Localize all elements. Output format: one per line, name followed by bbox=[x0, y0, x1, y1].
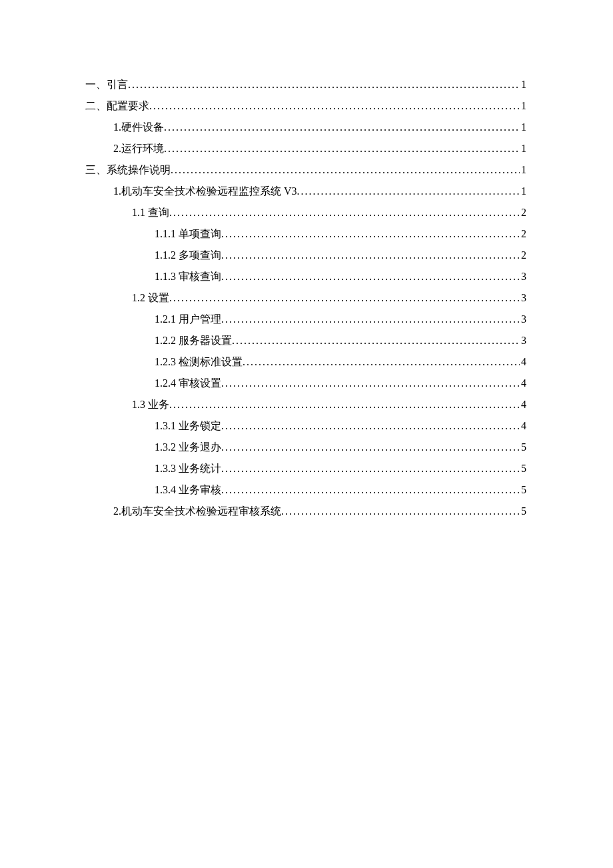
toc-title: 1.2.3 检测标准设置 bbox=[155, 354, 243, 370]
toc-entry: 1.3.3 业务统计5 bbox=[85, 461, 526, 477]
toc-page-number: 4 bbox=[520, 354, 526, 370]
toc-title: 1.2.2 服务器设置 bbox=[155, 333, 232, 349]
toc-title: 1.3.2 业务退办 bbox=[155, 439, 221, 455]
toc-title: 一、引言 bbox=[85, 77, 128, 93]
toc-leader-dots bbox=[164, 119, 520, 135]
toc-page-number: 1 bbox=[520, 141, 526, 157]
toc-entry: 1.1.3 审核查询3 bbox=[85, 269, 526, 285]
toc-page-number: 4 bbox=[520, 418, 526, 434]
toc-entry: 1.3 业务4 bbox=[85, 397, 526, 413]
toc-page-number: 1 bbox=[520, 183, 526, 199]
toc-leader-dots bbox=[128, 77, 520, 93]
toc-title: 2.机动车安全技术检验远程审核系统 bbox=[113, 503, 281, 519]
toc-leader-dots bbox=[221, 482, 520, 498]
toc-leader-dots bbox=[171, 162, 520, 178]
toc-leader-dots bbox=[281, 503, 520, 519]
toc-page-number: 1 bbox=[520, 119, 526, 135]
toc-title: 1.2 设置 bbox=[132, 290, 169, 306]
toc-entry: 三、系统操作说明1 bbox=[85, 162, 526, 178]
toc-leader-dots bbox=[221, 375, 520, 391]
toc-page-number: 3 bbox=[520, 333, 526, 349]
toc-leader-dots bbox=[149, 98, 520, 114]
toc-entry: 1.硬件设备1 bbox=[85, 119, 526, 135]
toc-page-number: 3 bbox=[520, 311, 526, 327]
toc-leader-dots bbox=[169, 290, 520, 306]
toc-entry: 二、配置要求1 bbox=[85, 98, 526, 114]
toc-title: 1.3 业务 bbox=[132, 397, 169, 413]
toc-entry: 1.3.4 业务审核5 bbox=[85, 482, 526, 498]
table-of-contents: 一、引言1二、配置要求11.硬件设备12.运行环境1三、系统操作说明11.机动车… bbox=[85, 77, 526, 519]
toc-leader-dots bbox=[164, 141, 520, 157]
toc-page-number: 4 bbox=[520, 375, 526, 391]
toc-page-number: 5 bbox=[520, 503, 526, 519]
toc-page-number: 2 bbox=[520, 247, 526, 263]
toc-leader-dots bbox=[221, 311, 520, 327]
toc-entry: 1.2.1 用户管理3 bbox=[85, 311, 526, 327]
toc-entry: 1.1.1 单项查询2 bbox=[85, 226, 526, 242]
toc-entry: 1.2.2 服务器设置3 bbox=[85, 333, 526, 349]
toc-page-number: 1 bbox=[520, 162, 526, 178]
toc-title: 三、系统操作说明 bbox=[85, 162, 171, 178]
toc-title: 1.1.3 审核查询 bbox=[155, 269, 221, 285]
toc-leader-dots bbox=[221, 226, 520, 242]
toc-page-number: 2 bbox=[520, 226, 526, 242]
toc-leader-dots bbox=[169, 205, 520, 221]
toc-leader-dots bbox=[221, 247, 520, 263]
toc-leader-dots bbox=[232, 333, 520, 349]
toc-title: 1.2.1 用户管理 bbox=[155, 311, 221, 327]
toc-leader-dots bbox=[221, 418, 520, 434]
toc-entry: 1.2.3 检测标准设置4 bbox=[85, 354, 526, 370]
toc-leader-dots bbox=[221, 461, 520, 477]
toc-page-number: 3 bbox=[520, 290, 526, 306]
toc-page-number: 5 bbox=[520, 439, 526, 455]
toc-title: 1.2.4 审核设置 bbox=[155, 375, 221, 391]
toc-page-number: 3 bbox=[520, 269, 526, 285]
toc-entry: 2.机动车安全技术检验远程审核系统5 bbox=[85, 503, 526, 519]
toc-leader-dots bbox=[297, 183, 520, 199]
toc-entry: 1.1.2 多项查询2 bbox=[85, 247, 526, 263]
toc-title: 1.1.2 多项查询 bbox=[155, 247, 221, 263]
toc-title: 1.1 查询 bbox=[132, 205, 169, 221]
toc-title: 2.运行环境 bbox=[113, 141, 164, 157]
toc-leader-dots bbox=[221, 269, 520, 285]
toc-title: 1.硬件设备 bbox=[113, 119, 164, 135]
toc-entry: 1.2.4 审核设置4 bbox=[85, 375, 526, 391]
toc-entry: 1.3.1 业务锁定4 bbox=[85, 418, 526, 434]
toc-title: 1.3.1 业务锁定 bbox=[155, 418, 221, 434]
toc-entry: 1.2 设置3 bbox=[85, 290, 526, 306]
toc-leader-dots bbox=[169, 397, 520, 413]
toc-leader-dots bbox=[243, 354, 520, 370]
toc-page-number: 5 bbox=[520, 482, 526, 498]
toc-page-number: 1 bbox=[520, 77, 526, 93]
toc-title: 1.3.4 业务审核 bbox=[155, 482, 221, 498]
toc-entry: 2.运行环境1 bbox=[85, 141, 526, 157]
toc-title: 1.3.3 业务统计 bbox=[155, 461, 221, 477]
toc-entry: 1.机动车安全技术检验远程监控系统 V31 bbox=[85, 183, 526, 199]
toc-entry: 一、引言1 bbox=[85, 77, 526, 93]
toc-page-number: 5 bbox=[520, 461, 526, 477]
toc-leader-dots bbox=[221, 439, 520, 455]
toc-page-number: 1 bbox=[520, 98, 526, 114]
toc-entry: 1.3.2 业务退办5 bbox=[85, 439, 526, 455]
toc-page-number: 2 bbox=[520, 205, 526, 221]
toc-title: 1.机动车安全技术检验远程监控系统 V3 bbox=[113, 183, 297, 199]
toc-page-number: 4 bbox=[520, 397, 526, 413]
toc-title: 二、配置要求 bbox=[85, 98, 149, 114]
toc-title: 1.1.1 单项查询 bbox=[155, 226, 221, 242]
toc-entry: 1.1 查询2 bbox=[85, 205, 526, 221]
